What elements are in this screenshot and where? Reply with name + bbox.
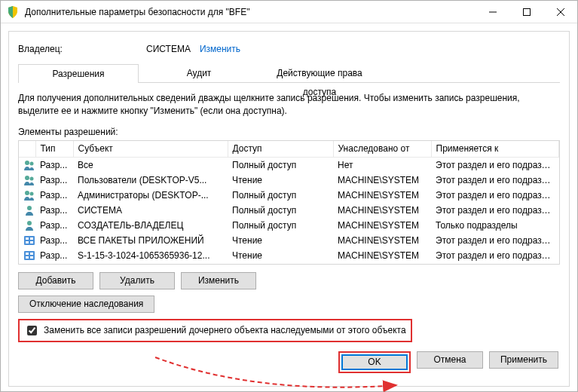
svg-point-1 <box>25 161 29 165</box>
principal-icon <box>23 159 35 171</box>
cell-access: Полный доступ <box>228 158 333 173</box>
cell-inherited: Нет <box>333 158 431 173</box>
tab-audit[interactable]: Аудит <box>139 63 259 82</box>
permissions-grid[interactable]: Тип Субъект Доступ Унаследовано от Приме… <box>18 140 560 265</box>
table-row[interactable]: Разр...СИСТЕМАПолный доступMACHINE\SYSTE… <box>19 203 559 218</box>
table-row[interactable]: Разр...ВСЕ ПАКЕТЫ ПРИЛОЖЕНИЙЧтениеMACHIN… <box>19 233 559 248</box>
table-row[interactable]: Разр...ВсеПолный доступНетЭтот раздел и … <box>19 158 559 173</box>
ok-button[interactable]: OK <box>341 354 408 370</box>
cell-applies: Этот раздел и его подразделы <box>431 203 559 218</box>
cell-type: Разр... <box>35 158 73 173</box>
description-text: Для получения дополнительных сведений дв… <box>18 92 560 118</box>
cell-subject: Пользователи (DESKTOP-V5... <box>73 173 228 188</box>
cell-type: Разр... <box>35 248 73 263</box>
cell-type: Разр... <box>35 203 73 218</box>
cell-type: Разр... <box>35 173 73 188</box>
cell-subject: S-1-15-3-1024-1065365936-12... <box>73 248 228 263</box>
replace-child-permissions-checkbox[interactable] <box>27 326 37 335</box>
table-row[interactable]: Разр...Пользователи (DESKTOP-V5...Чтение… <box>19 173 559 188</box>
col-header-subject[interactable]: Субъект <box>73 141 228 158</box>
svg-point-4 <box>30 177 34 181</box>
replace-child-permissions-row: Заменить все записи разрешений дочернего… <box>18 319 412 342</box>
owner-change-link[interactable]: Изменить <box>200 44 240 54</box>
ok-highlight: OK <box>338 351 411 373</box>
col-header-type[interactable]: Тип <box>35 141 73 158</box>
owner-value: СИСТЕМА <box>146 44 191 54</box>
tab-effective-access[interactable]: Действующие права доступа <box>259 63 380 82</box>
cell-inherited: MACHINE\SYSTEM <box>333 203 431 218</box>
col-header-inherited[interactable]: Унаследовано от <box>333 141 431 158</box>
disable-inheritance-button[interactable]: Отключение наследования <box>18 296 154 313</box>
close-button[interactable] <box>543 1 577 23</box>
cell-applies: Этот раздел и его подразделы <box>431 233 559 248</box>
minimize-button[interactable] <box>476 1 509 23</box>
principal-icon <box>23 219 35 231</box>
cell-access: Полный доступ <box>228 218 333 233</box>
cell-subject: ВСЕ ПАКЕТЫ ПРИЛОЖЕНИЙ <box>73 233 228 248</box>
cell-inherited: MACHINE\SYSTEM <box>333 173 431 188</box>
cell-applies: Этот раздел и его подразделы <box>431 173 559 188</box>
svg-point-8 <box>27 221 32 225</box>
owner-label: Владелец: <box>18 44 146 54</box>
principal-icon <box>23 250 35 262</box>
principal-icon <box>23 189 35 201</box>
svg-rect-11 <box>30 237 33 240</box>
col-header-access[interactable]: Доступ <box>228 141 333 158</box>
principal-icon <box>23 234 35 247</box>
col-header-icon[interactable] <box>19 141 35 158</box>
main-panel: Владелец: СИСТЕМА Изменить Разрешения Ау… <box>8 31 570 387</box>
svg-point-6 <box>30 192 34 196</box>
svg-rect-13 <box>30 241 33 243</box>
svg-point-5 <box>25 191 29 195</box>
svg-rect-0 <box>523 8 530 15</box>
security-dialog: Дополнительные параметры безопасности дл… <box>0 0 578 392</box>
svg-rect-16 <box>30 253 33 255</box>
svg-rect-14 <box>24 251 35 260</box>
tabs: Разрешения Аудит Действующие права досту… <box>18 63 560 83</box>
cell-inherited: MACHINE\SYSTEM <box>333 233 431 248</box>
cell-applies: Этот раздел и его подразделы <box>431 158 559 173</box>
table-row[interactable]: Разр...S-1-15-3-1024-1065365936-12...Чте… <box>19 248 559 263</box>
svg-rect-15 <box>26 253 29 255</box>
cell-access: Чтение <box>228 248 333 263</box>
svg-rect-12 <box>26 241 29 243</box>
cell-applies: Этот раздел и его подразделы <box>431 248 559 263</box>
cell-access: Чтение <box>228 173 333 188</box>
tab-permissions[interactable]: Разрешения <box>18 64 139 83</box>
cell-type: Разр... <box>35 188 73 203</box>
titlebar: Дополнительные параметры безопасности дл… <box>1 1 577 23</box>
shield-icon <box>7 6 19 18</box>
principal-icon <box>23 174 35 186</box>
principal-icon <box>23 204 35 216</box>
svg-rect-18 <box>30 256 33 259</box>
cell-inherited: MACHINE\SYSTEM <box>333 248 431 263</box>
svg-point-3 <box>25 176 29 180</box>
add-button[interactable]: Добавить <box>18 272 93 289</box>
svg-rect-10 <box>26 237 29 240</box>
cell-access: Чтение <box>228 233 333 248</box>
apply-button[interactable]: Применить <box>489 351 558 369</box>
cell-access: Полный доступ <box>228 203 333 218</box>
cancel-button[interactable]: Отмена <box>417 351 483 369</box>
cell-inherited: MACHINE\SYSTEM <box>333 188 431 203</box>
col-header-applies[interactable]: Применяется к <box>431 141 559 158</box>
svg-rect-17 <box>26 256 29 259</box>
svg-point-7 <box>27 206 32 210</box>
cell-inherited: MACHINE\SYSTEM <box>333 218 431 233</box>
svg-point-2 <box>30 162 34 166</box>
table-row[interactable]: Разр...СОЗДАТЕЛЬ-ВЛАДЕЛЕЦПолный доступMA… <box>19 218 559 233</box>
cell-type: Разр... <box>35 218 73 233</box>
window-title: Дополнительные параметры безопасности дл… <box>25 7 476 17</box>
remove-button[interactable]: Удалить <box>99 272 175 289</box>
cell-subject: СОЗДАТЕЛЬ-ВЛАДЕЛЕЦ <box>73 218 228 233</box>
cell-access: Полный доступ <box>228 188 333 203</box>
edit-button[interactable]: Изменить <box>181 272 256 289</box>
table-row[interactable]: Разр...Администраторы (DESKTOP-...Полный… <box>19 188 559 203</box>
cell-type: Разр... <box>35 233 73 248</box>
replace-child-permissions-label[interactable]: Заменить все записи разрешений дочернего… <box>44 325 406 335</box>
cell-subject: Все <box>73 158 228 173</box>
permissions-subheader: Элементы разрешений: <box>18 127 560 137</box>
cell-applies: Этот раздел и его подразделы <box>431 188 559 203</box>
maximize-button[interactable] <box>509 1 543 23</box>
cell-applies: Только подразделы <box>431 218 559 233</box>
